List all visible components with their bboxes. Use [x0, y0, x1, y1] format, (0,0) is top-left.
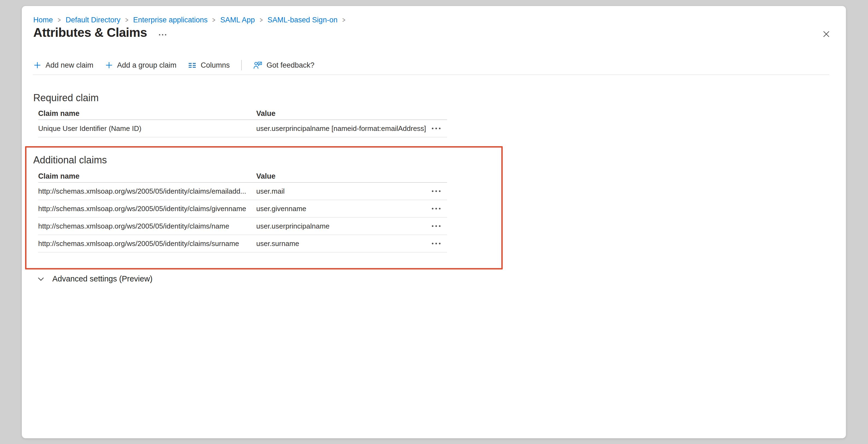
columns-button[interactable]: Columns	[188, 61, 230, 69]
breadcrumb-link[interactable]: SAML App	[220, 16, 255, 24]
add-new-claim-button[interactable]: Add new claim	[33, 61, 94, 69]
claim-value-cell[interactable]: user.surname	[256, 239, 425, 248]
claim-name-cell[interactable]: http://schemas.xmlsoap.org/ws/2005/05/id…	[38, 222, 256, 231]
claim-name-cell[interactable]: http://schemas.xmlsoap.org/ws/2005/05/id…	[38, 205, 256, 213]
attributes-claims-panel: Home > Default Directory > Enterprise ap…	[22, 6, 846, 438]
breadcrumb-link[interactable]: Home	[33, 16, 53, 24]
context-menu-ellipsis-icon[interactable]	[159, 34, 166, 35]
breadcrumb-link[interactable]: SAML-based Sign-on	[268, 16, 338, 24]
required-claim-heading: Required claim	[33, 92, 99, 103]
got-feedback-label: Got feedback?	[267, 61, 315, 69]
breadcrumb-separator-icon: >	[259, 16, 262, 24]
add-group-claim-button[interactable]: Add a group claim	[105, 61, 177, 69]
breadcrumb-separator-icon: >	[58, 16, 61, 24]
add-group-claim-label: Add a group claim	[117, 61, 177, 69]
row-menu-ellipsis-icon[interactable]	[425, 205, 447, 212]
columns-label: Columns	[200, 61, 230, 69]
breadcrumb-item: Enterprise applications >	[133, 16, 216, 24]
add-new-claim-label: Add new claim	[45, 61, 94, 69]
claim-value-cell[interactable]: user.userprincipalname	[256, 222, 425, 231]
claim-name-cell[interactable]: http://schemas.xmlsoap.org/ws/2005/05/id…	[38, 239, 256, 248]
claim-value-cell[interactable]: user.userprincipalname [nameid-format:em…	[256, 124, 425, 133]
chevron-down-icon	[37, 275, 45, 283]
breadcrumb-item: SAML-based Sign-on >	[268, 16, 346, 24]
advanced-settings-toggle[interactable]: Advanced settings (Preview)	[37, 274, 153, 284]
breadcrumb-item: Home >	[33, 16, 61, 24]
breadcrumb-link[interactable]: Enterprise applications	[133, 16, 208, 24]
breadcrumb: Home > Default Directory > Enterprise ap…	[33, 16, 346, 24]
breadcrumb-separator-icon: >	[342, 16, 345, 24]
breadcrumb-separator-icon: >	[212, 16, 215, 24]
feedback-person-icon	[253, 61, 262, 69]
command-bar: Add new claim Add a group claim Columns	[33, 58, 314, 72]
breadcrumb-item: SAML App >	[220, 16, 263, 24]
row-menu-ellipsis-icon[interactable]	[425, 188, 447, 195]
column-header-value: Value	[256, 109, 425, 118]
column-header-claim-name: Claim name	[38, 109, 256, 118]
claim-name-cell[interactable]: http://schemas.xmlsoap.org/ws/2005/05/id…	[38, 187, 256, 196]
additional-claims-table: Claim name Value http://schemas.xmlsoap.…	[38, 170, 447, 253]
breadcrumb-separator-icon: >	[125, 16, 128, 24]
row-menu-ellipsis-icon[interactable]	[425, 125, 447, 132]
close-button[interactable]	[820, 28, 833, 40]
breadcrumb-item: Default Directory >	[66, 16, 129, 24]
table-row[interactable]: http://schemas.xmlsoap.org/ws/2005/05/id…	[38, 218, 447, 235]
row-menu-ellipsis-icon[interactable]	[425, 223, 447, 230]
toolbar-divider	[241, 60, 242, 70]
column-header-value: Value	[256, 172, 425, 181]
plus-icon	[105, 61, 113, 69]
table-row[interactable]: http://schemas.xmlsoap.org/ws/2005/05/id…	[38, 183, 447, 200]
table-row[interactable]: http://schemas.xmlsoap.org/ws/2005/05/id…	[38, 235, 447, 253]
table-header-row: Claim name Value	[38, 108, 447, 120]
close-icon	[822, 29, 831, 39]
got-feedback-button[interactable]: Got feedback?	[253, 61, 315, 69]
table-row[interactable]: Unique User Identifier (Name ID) user.us…	[38, 120, 447, 138]
page-title: Attributes & Claims	[33, 25, 147, 40]
row-menu-ellipsis-icon[interactable]	[425, 240, 447, 247]
plus-icon	[33, 61, 41, 69]
additional-claims-heading: Additional claims	[33, 154, 107, 166]
toolbar-underline	[33, 75, 829, 75]
required-claim-table: Claim name Value Unique User Identifier …	[38, 108, 447, 138]
claim-value-cell[interactable]: user.givenname	[256, 205, 425, 213]
claim-value-cell[interactable]: user.mail	[256, 187, 425, 196]
advanced-settings-label: Advanced settings (Preview)	[52, 274, 153, 284]
azure-portal-page: { "colors": { "page_background": "#d0d0d…	[0, 0, 868, 444]
column-header-claim-name: Claim name	[38, 172, 256, 181]
panel-header: Attributes & Claims	[33, 25, 166, 40]
table-header-row: Claim name Value	[38, 170, 447, 183]
table-row[interactable]: http://schemas.xmlsoap.org/ws/2005/05/id…	[38, 200, 447, 218]
columns-icon	[188, 61, 196, 69]
claim-name-cell[interactable]: Unique User Identifier (Name ID)	[38, 124, 256, 133]
breadcrumb-link[interactable]: Default Directory	[66, 16, 121, 24]
